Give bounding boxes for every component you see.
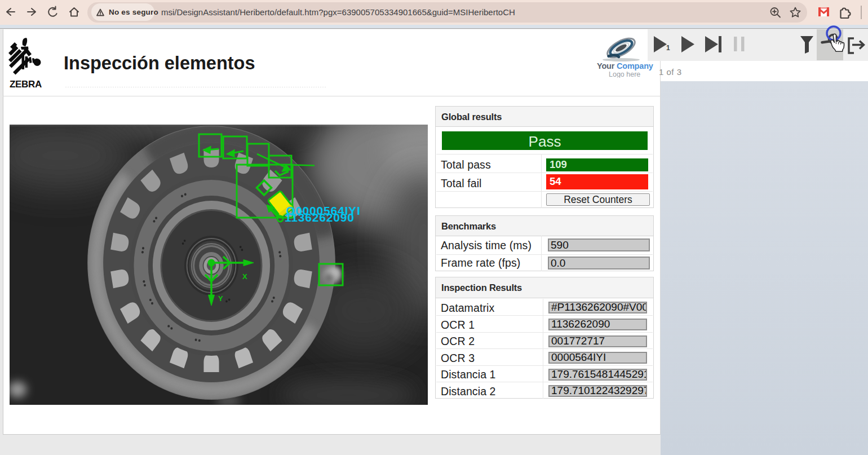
svg-text:1: 1 — [666, 44, 670, 52]
svg-text:X: X — [242, 272, 247, 281]
svg-text:Your Company: Your Company — [597, 61, 653, 70]
svg-text:Logo here: Logo here — [609, 70, 640, 78]
svg-text:Y: Y — [218, 294, 223, 303]
svg-text:1136262090: 1136262090 — [285, 211, 355, 224]
